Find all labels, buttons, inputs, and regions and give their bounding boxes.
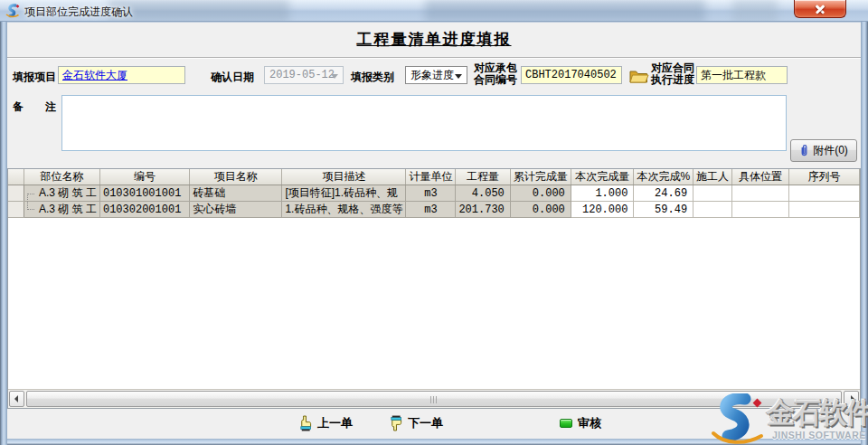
cell-serial[interactable] [788, 202, 859, 218]
confirm-date-value: 2019-05-12 [269, 69, 335, 81]
contract-no-field[interactable]: CBHT2017040502 [521, 66, 622, 84]
tree-branch-icon [27, 202, 34, 210]
col-header-selector [8, 169, 24, 185]
contract-progress-field[interactable]: 第一批工程款 [696, 66, 788, 84]
cell-serial[interactable] [788, 185, 859, 202]
attachment-button-label: 附件(0) [813, 143, 848, 158]
scroll-right-button[interactable] [844, 391, 859, 407]
cell-quantity[interactable]: 201.730 [456, 202, 510, 218]
row-selector-cell[interactable] [8, 202, 24, 218]
progress-table: 部位名称 编号 项目名称 项目描述 计量单位 工程量 累计完成量 本次完成量 本… [8, 169, 860, 218]
table-row[interactable]: A.3 砌 筑 工 010301001001 砖基础 [项目特征]1.砖品种、规… [8, 185, 860, 202]
table-header-row: 部位名称 编号 项目名称 项目描述 计量单位 工程量 累计完成量 本次完成量 本… [8, 169, 860, 185]
title-bar: 项目部位完成进度确认 [0, 0, 868, 22]
col-header-location[interactable]: 具体位置 [732, 169, 789, 185]
app-logo-icon [5, 4, 20, 18]
cell-code[interactable]: 010302001001 [99, 202, 189, 218]
report-type-value: 形象进度 [410, 69, 454, 81]
cell-desc[interactable]: [项目特征]1.砖品种、规 [282, 185, 406, 202]
glass-blur-decoration [732, 0, 778, 22]
col-header-worker[interactable]: 施工人 [693, 169, 732, 185]
confirm-date-select[interactable]: 2019-05-12 [264, 66, 344, 84]
contract-no-label: 对应承包 合同编号 [474, 62, 517, 86]
remark-label: 备 注 [13, 99, 56, 115]
glass-blur-decoration [108, 0, 289, 22]
cell-location[interactable] [732, 202, 789, 218]
report-type-label: 填报类别 [351, 70, 394, 85]
col-header-desc[interactable]: 项目描述 [282, 169, 406, 185]
cell-percent[interactable]: 59.49 [634, 202, 693, 218]
report-type-select[interactable]: 形象进度 [405, 66, 467, 84]
confirm-date-label: 确认日期 [211, 70, 254, 85]
grip-icon [430, 396, 439, 403]
close-button[interactable] [794, 0, 846, 18]
cell-cumulative[interactable]: 0.000 [510, 202, 571, 218]
data-grid: 部位名称 编号 项目名称 项目描述 计量单位 工程量 累计完成量 本次完成量 本… [7, 168, 861, 409]
col-header-part[interactable]: 部位名称 [24, 169, 99, 185]
hand-down-icon [389, 415, 402, 431]
audit-label: 审核 [578, 415, 601, 431]
chevron-down-icon [331, 74, 338, 79]
project-label: 填报项目 [13, 70, 56, 85]
window-title: 项目部位完成进度确认 [24, 5, 133, 20]
cell-part[interactable]: A.3 砌 筑 工 [24, 202, 99, 218]
cell-percent[interactable]: 24.69 [634, 185, 693, 202]
scrollbar-thumb[interactable] [26, 391, 842, 407]
col-header-name[interactable]: 项目名称 [190, 169, 282, 185]
window-border-bottom [7, 438, 861, 445]
chevron-down-icon [455, 74, 462, 79]
attachment-button[interactable]: 附件(0) [790, 139, 857, 162]
cell-desc[interactable]: 1.砖品种、规格、强度等 [282, 202, 406, 218]
audit-status-icon [560, 419, 572, 428]
arrow-left-icon [14, 395, 18, 402]
cell-unit[interactable]: m3 [406, 185, 456, 202]
glass-blur-decoration [425, 0, 705, 22]
table-row[interactable]: A.3 砌 筑 工 010302001001 实心砖墙 1.砖品种、规格、强度等… [8, 202, 860, 218]
col-header-current[interactable]: 本次完成量 [571, 169, 634, 185]
row-selector-cell[interactable] [8, 185, 24, 202]
remark-textarea[interactable] [61, 95, 787, 151]
hand-up-icon [298, 415, 312, 431]
client-area: 工程量清单进度填报 填报项目 金石软件大厦 确认日期 2019-05-12 填报… [7, 22, 861, 438]
cell-unit[interactable]: m3 [406, 202, 456, 218]
cell-worker[interactable] [693, 185, 732, 202]
close-icon [814, 3, 826, 15]
scroll-left-button[interactable] [9, 391, 24, 407]
next-order-button[interactable]: 下一单 [389, 415, 443, 431]
col-header-serial[interactable]: 序列号 [788, 169, 859, 185]
cell-name[interactable]: 砖基础 [190, 185, 282, 202]
arrow-right-icon [851, 395, 854, 402]
cell-worker[interactable] [693, 202, 732, 218]
project-field[interactable]: 金石软件大厦 [58, 66, 185, 84]
window-border-left [0, 22, 7, 445]
folder-browse-icon[interactable] [629, 68, 649, 84]
paperclip-icon [799, 144, 809, 157]
cell-current[interactable]: 120.000 [571, 202, 634, 218]
title-separator [7, 57, 861, 59]
cell-quantity[interactable]: 4.050 [456, 185, 510, 202]
cell-code[interactable]: 010301001001 [99, 185, 189, 202]
footer-bar: 上一单 下一单 审核 [7, 410, 861, 439]
cell-name[interactable]: 实心砖墙 [190, 202, 282, 218]
page-title: 工程量清单进度填报 [7, 29, 861, 50]
col-header-cumulative[interactable]: 累计完成量 [510, 169, 571, 185]
contract-progress-label: 对应合同 执行进度 [651, 62, 694, 86]
col-header-quantity[interactable]: 工程量 [456, 169, 510, 185]
horizontal-scrollbar[interactable] [8, 389, 860, 408]
tree-branch-icon [27, 194, 34, 202]
window-border-right [861, 22, 868, 445]
next-order-label: 下一单 [408, 415, 443, 431]
cell-current[interactable]: 1.000 [571, 185, 634, 202]
previous-order-button[interactable]: 上一单 [298, 415, 353, 431]
audit-button[interactable]: 审核 [560, 415, 601, 431]
cell-location[interactable] [732, 185, 789, 202]
previous-order-label: 上一单 [317, 415, 353, 431]
col-header-percent[interactable]: 本次完成% [634, 169, 693, 185]
cell-part[interactable]: A.3 砌 筑 工 [24, 185, 99, 202]
dialog-window: 项目部位完成进度确认 工程量清单进度填报 填报项目 金石软件大厦 确认日期 20… [0, 0, 868, 445]
col-header-code[interactable]: 编号 [99, 169, 189, 185]
cell-cumulative[interactable]: 0.000 [510, 185, 571, 202]
col-header-unit[interactable]: 计量单位 [406, 169, 456, 185]
